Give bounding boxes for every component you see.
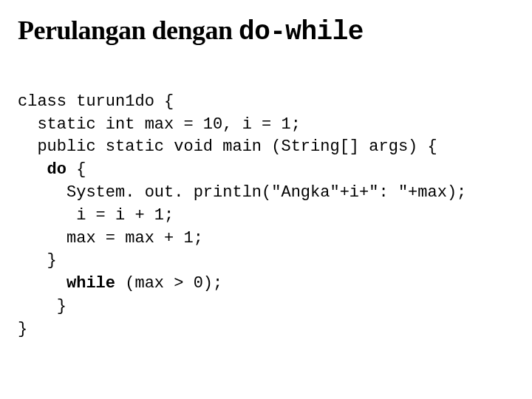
code-line: class turun1do { bbox=[18, 92, 174, 111]
code-line: System. out. println("Angka"+i+": "+max)… bbox=[18, 183, 466, 202]
code-line: do { bbox=[18, 160, 86, 179]
slide-title: Perulangan dengan do-while bbox=[18, 15, 514, 47]
code-line: max = max + 1; bbox=[18, 229, 203, 248]
code-line: } bbox=[18, 320, 27, 338]
code-line: public static void main (String[] args) … bbox=[18, 137, 437, 156]
code-line: while (max > 0); bbox=[18, 274, 222, 293]
code-line: } bbox=[18, 297, 66, 316]
keyword-do: do bbox=[47, 160, 66, 179]
keyword-while: while bbox=[66, 274, 115, 293]
code-line: static int max = 10, i = 1; bbox=[18, 115, 301, 134]
code-block: class turun1do { static int max = 10, i … bbox=[18, 68, 514, 341]
title-prefix: Perulangan dengan bbox=[18, 16, 239, 45]
title-mono: do-while bbox=[239, 17, 364, 47]
code-line: i = i + 1; bbox=[18, 206, 174, 225]
code-line: } bbox=[18, 251, 57, 270]
